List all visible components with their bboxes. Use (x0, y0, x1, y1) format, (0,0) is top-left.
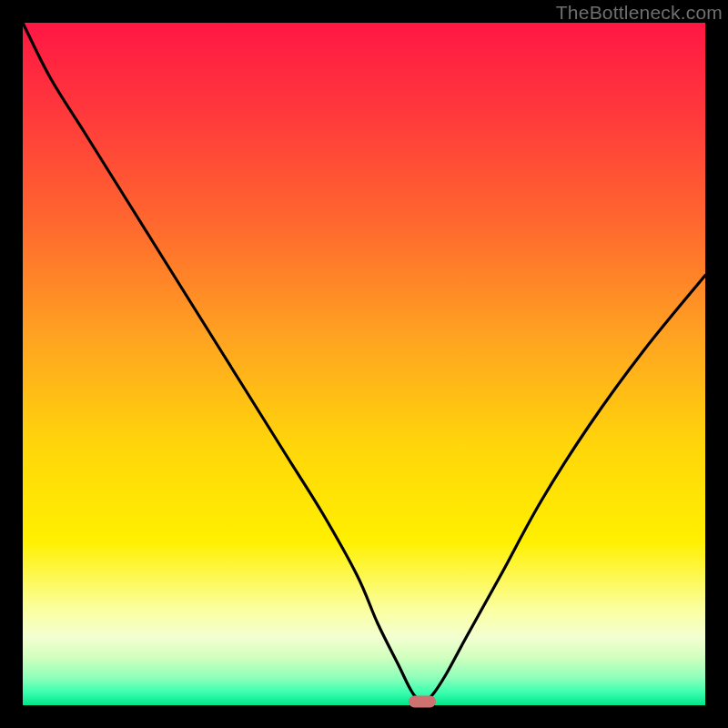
curve-layer (23, 23, 705, 705)
bottleneck-curve (23, 23, 705, 702)
watermark-text: TheBottleneck.com (556, 2, 723, 24)
optimal-point-marker (409, 696, 436, 708)
chart-stage: TheBottleneck.com (0, 0, 728, 728)
plot-area (23, 23, 705, 705)
